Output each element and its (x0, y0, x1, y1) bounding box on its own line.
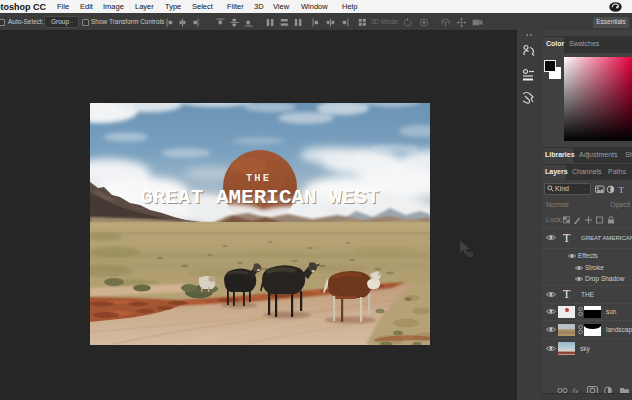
svg-text:T: T (619, 185, 625, 194)
svg-text:GREAT AMERICAN WEST: GREAT AMERICAN WEST (140, 186, 379, 209)
svg-text:THE: THE (246, 172, 271, 184)
